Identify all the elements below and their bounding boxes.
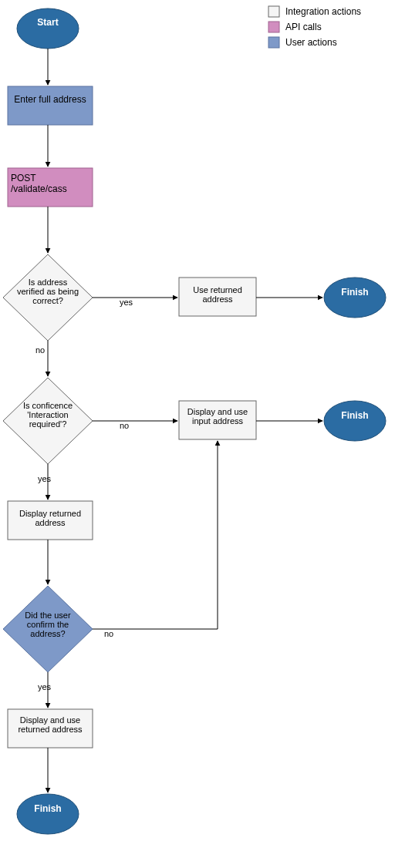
node-use-returned-address: Use returned address: [179, 278, 256, 316]
svg-rect-1: [268, 22, 279, 32]
display-input-address-label: Display and use input address: [182, 407, 253, 426]
node-display-input-address: Display and use input address: [179, 401, 256, 439]
node-confirm-decision: Did the user confirm the address?: [3, 586, 93, 672]
legend-label-integration: Integration actions: [285, 6, 361, 17]
legend-label-user: User actions: [285, 37, 337, 48]
edge-verified-no-label: no: [35, 345, 45, 355]
edge-confirm-yes-label: yes: [38, 682, 52, 691]
edge-verified-yes-label: yes: [120, 298, 133, 307]
node-enter-address: Enter full address: [8, 86, 93, 125]
node-display-returned-address: Display returned address: [8, 501, 93, 540]
enter-address-label: Enter full address: [9, 94, 91, 105]
svg-rect-0: [268, 6, 279, 17]
node-finish-2: Finish: [324, 401, 386, 441]
display-returned-address-label: Display returned address: [11, 509, 89, 527]
confidence-decision-label: Is conficence 'Interaction required'?: [14, 401, 82, 429]
node-finish-1: Finish: [324, 278, 386, 318]
edge-conf-no-label: no: [120, 421, 129, 430]
use-returned-address-label: Use returned address: [182, 285, 253, 304]
node-verified-decision: Is address verified as being correct?: [3, 254, 93, 341]
verified-decision-label: Is address verified as being correct?: [14, 278, 82, 305]
node-finish-3: Finish: [17, 794, 79, 834]
display-use-returned-address-label: Display and use returned address: [11, 715, 89, 734]
finish-2-label: Finish: [324, 410, 386, 421]
node-display-use-returned-address: Display and use returned address: [8, 709, 93, 748]
finish-1-label: Finish: [324, 287, 386, 298]
svg-rect-2: [268, 37, 279, 48]
legend-label-api: API calls: [285, 22, 322, 32]
node-start: Start: [17, 8, 79, 49]
start-label: Start: [17, 17, 79, 28]
confirm-decision-label: Did the user confirm the address?: [14, 611, 82, 638]
node-post-validate: POST /validate/cass: [8, 168, 93, 207]
edge-confirm-no: [93, 441, 218, 629]
finish-3-label: Finish: [17, 803, 79, 814]
flowchart-diagram: Integration actions API calls User actio…: [0, 0, 395, 868]
legend: Integration actions API calls User actio…: [268, 6, 361, 48]
node-confidence-decision: Is conficence 'Interaction required'?: [3, 378, 93, 464]
edge-conf-yes-label: yes: [38, 474, 52, 483]
post-validate-label: POST /validate/cass: [11, 173, 89, 194]
edge-confirm-no-label: no: [104, 629, 113, 638]
